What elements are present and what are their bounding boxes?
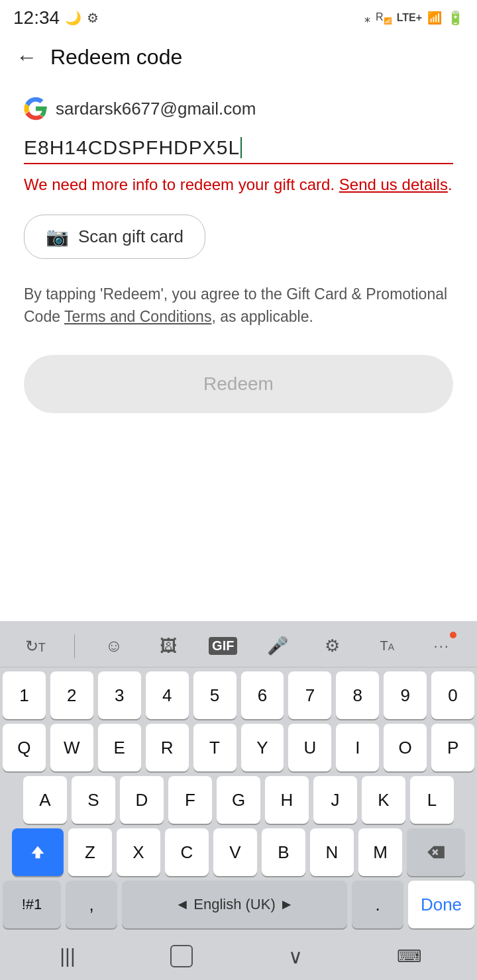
emoji-tool-button[interactable]: ☺ [97, 629, 131, 663]
mic-icon: 🎤 [267, 636, 288, 656]
key-h[interactable]: H [265, 776, 309, 824]
settings-tool-button[interactable]: ⚙ [315, 629, 350, 663]
key-d[interactable]: D [120, 776, 164, 824]
key-f[interactable]: F [168, 776, 212, 824]
font-icon: TA [380, 638, 394, 654]
scan-gift-card-button[interactable]: 📷 Scan gift card [24, 215, 205, 259]
key-9[interactable]: 9 [384, 671, 427, 719]
keyboard-toolbar: ↻T ☺ 🖼 GIF 🎤 ⚙ TA ··· [0, 621, 477, 667]
nav-back-button[interactable]: ||| [41, 938, 94, 975]
page-title: Redeem code [50, 45, 182, 70]
key-s[interactable]: S [72, 776, 115, 824]
zxcv-row: Z X C V B N M [3, 828, 474, 876]
key-8[interactable]: 8 [336, 671, 379, 719]
status-time: 12:34 [13, 7, 60, 28]
key-n[interactable]: N [310, 828, 354, 876]
gif-tool-button[interactable]: GIF [206, 629, 240, 663]
key-i[interactable]: I [336, 724, 379, 771]
translate-tool-button[interactable]: ↻T [18, 629, 52, 663]
key-k[interactable]: K [362, 776, 405, 824]
terms-text: By tapping 'Redeem', you agree to the Gi… [24, 283, 453, 328]
key-6[interactable]: 6 [241, 671, 284, 719]
key-2[interactable]: 2 [50, 671, 93, 719]
sticker-tool-button[interactable]: 🖼 [151, 629, 186, 663]
nav-recents-icon: ∨ [288, 945, 303, 968]
key-y[interactable]: Y [241, 724, 284, 771]
key-g[interactable]: G [217, 776, 260, 824]
bluetooth-icon: ⁎ [364, 11, 370, 25]
period-key[interactable]: . [352, 881, 403, 928]
keyboard-area: ↻T ☺ 🖼 GIF 🎤 ⚙ TA ··· 1 2 3 [0, 621, 477, 980]
key-e[interactable]: E [98, 724, 141, 771]
moon-icon: 🌙 [65, 10, 81, 26]
key-v[interactable]: V [213, 828, 257, 876]
google-logo-icon [24, 97, 48, 121]
nav-recents-button[interactable]: ∨ [269, 938, 322, 975]
gif-icon: GIF [209, 637, 237, 655]
lte-icon: LTE+ [397, 12, 422, 24]
comma-key[interactable]: , [66, 881, 117, 928]
key-a[interactable]: A [23, 776, 67, 824]
more-icon: ··· [434, 638, 450, 655]
key-u[interactable]: U [288, 724, 331, 771]
error-message: We need more info to redeem your gift ca… [24, 173, 453, 196]
key-4[interactable]: 4 [146, 671, 189, 719]
main-content: sardarsk6677@gmail.com E8H14CDSPFHDPX5L … [0, 81, 477, 436]
status-bar: 12:34 🌙 ⚙ ⁎ R📶 LTE+ 📶 🔋 [0, 0, 477, 33]
signal-bars-icon: R📶 [376, 11, 392, 24]
back-button[interactable]: ← [16, 46, 37, 68]
nav-home-button[interactable] [155, 938, 208, 975]
code-input-container[interactable]: E8H14CDSPFHDPX5L [24, 136, 453, 164]
send-us-details-link[interactable]: Send us details [339, 175, 448, 193]
font-tool-button[interactable]: TA [370, 629, 404, 663]
settings-status-icon: ⚙ [87, 10, 99, 26]
more-tool-button[interactable]: ··· [425, 629, 459, 663]
key-q[interactable]: Q [3, 724, 46, 771]
key-1[interactable]: 1 [3, 671, 46, 719]
translate-icon: ↻T [25, 637, 46, 656]
status-right: ⁎ R📶 LTE+ 📶 🔋 [364, 10, 464, 26]
key-l[interactable]: L [410, 776, 454, 824]
qwerty-row: Q W E R T Y U I O P [3, 724, 474, 771]
keyboard-body: 1 2 3 4 5 6 7 8 9 0 Q W E R T Y U I O P … [0, 667, 477, 932]
nav-keyboard-button[interactable]: ⌨ [383, 938, 436, 975]
notification-dot [450, 632, 456, 638]
code-input-value[interactable]: E8H14CDSPFHDPX5L [24, 136, 240, 159]
app-header: ← Redeem code [0, 33, 477, 81]
key-j[interactable]: J [313, 776, 357, 824]
key-x[interactable]: X [117, 828, 160, 876]
input-cursor [240, 137, 242, 158]
settings-icon: ⚙ [325, 636, 340, 656]
mic-tool-button[interactable]: 🎤 [260, 629, 295, 663]
key-c[interactable]: C [165, 828, 209, 876]
battery-icon: 🔋 [447, 10, 464, 26]
done-key[interactable]: Done [408, 881, 474, 928]
key-m[interactable]: M [358, 828, 402, 876]
key-7[interactable]: 7 [288, 671, 331, 719]
toolbar-divider [74, 634, 76, 658]
key-0[interactable]: 0 [431, 671, 474, 719]
redeem-button[interactable]: Redeem [24, 355, 453, 413]
bottom-row: !#1 , ◄ English (UK) ► . Done [3, 881, 474, 928]
key-3[interactable]: 3 [98, 671, 141, 719]
account-email: sardarsk6677@gmail.com [56, 99, 256, 119]
sticker-icon: 🖼 [160, 636, 177, 656]
key-5[interactable]: 5 [193, 671, 237, 719]
key-t[interactable]: T [193, 724, 237, 771]
error-text: We need more info to redeem your gift ca… [24, 175, 339, 193]
asdf-row: A S D F G H J K L [3, 776, 474, 824]
delete-key[interactable] [407, 828, 465, 876]
key-z[interactable]: Z [68, 828, 112, 876]
terms-suffix: , as applicable. [211, 308, 313, 325]
language-key[interactable]: ◄ English (UK) ► [122, 881, 347, 928]
terms-link[interactable]: Terms and Conditions [64, 308, 211, 325]
number-row: 1 2 3 4 5 6 7 8 9 0 [3, 671, 474, 719]
key-r[interactable]: R [146, 724, 189, 771]
fn-key[interactable]: !#1 [3, 881, 61, 928]
key-b[interactable]: B [262, 828, 305, 876]
key-w[interactable]: W [50, 724, 93, 771]
key-o[interactable]: O [384, 724, 427, 771]
signal-icon: 📶 [427, 11, 442, 25]
shift-key[interactable] [12, 828, 64, 876]
key-p[interactable]: P [431, 724, 474, 771]
